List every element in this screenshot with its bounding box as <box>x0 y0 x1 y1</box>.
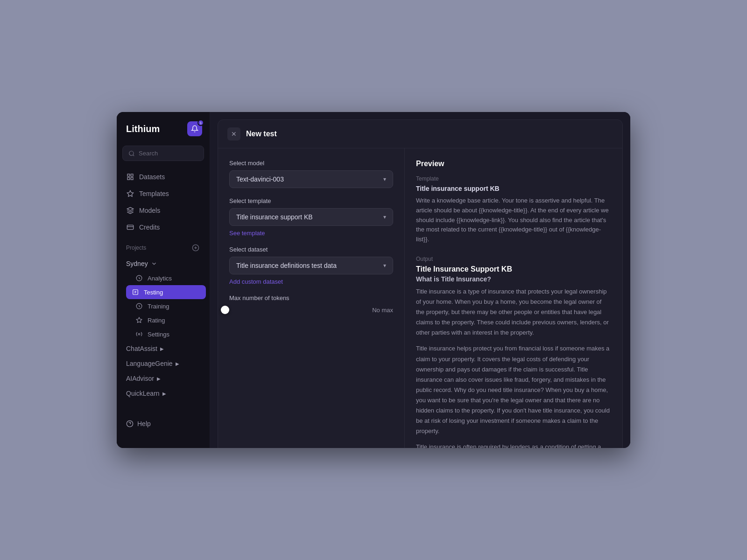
credits-icon <box>126 223 134 231</box>
rating-label: Rating <box>148 317 165 324</box>
preview-title: Preview <box>416 160 611 168</box>
modal: ✕ New test Select model Text-davinci-003… <box>218 119 623 448</box>
close-button[interactable]: ✕ <box>227 127 240 140</box>
sub-nav: Analytics Testing Training <box>122 271 210 341</box>
dataset-select-chevron: ▾ <box>383 262 386 269</box>
output-paragraph-1: Title insurance is a type of insurance t… <box>416 287 611 338</box>
training-label: Training <box>148 303 169 310</box>
model-selected-value: Text-davinci-003 <box>236 175 284 183</box>
template-field-label: Select template <box>229 197 393 204</box>
slider-thumb[interactable] <box>221 306 229 314</box>
projects-header: Projects <box>117 236 210 256</box>
sub-nav-testing[interactable]: Testing <box>126 285 206 299</box>
svg-rect-3 <box>127 177 130 180</box>
projects-label: Projects <box>126 245 146 251</box>
svg-rect-2 <box>131 174 133 176</box>
training-icon <box>135 302 143 310</box>
help-label: Help <box>137 420 151 427</box>
svg-rect-4 <box>131 177 133 180</box>
sidebar-bottom: Help <box>117 416 210 439</box>
svg-point-12 <box>138 333 140 335</box>
dataset-select[interactable]: Title insurance definitions test data ▾ <box>229 257 393 274</box>
sub-nav-rating[interactable]: Rating <box>122 313 210 327</box>
language-genie-arrow: ▶ <box>176 361 179 366</box>
template-field-group: Select template Title insurance support … <box>229 197 393 237</box>
output-paragraph-2: Title insurance helps protect you from f… <box>416 343 611 436</box>
template-preview-name: Title insurance support KB <box>416 185 611 192</box>
sidebar-logo: Lithium 1 <box>117 121 210 146</box>
notification-button[interactable]: 1 <box>187 121 202 136</box>
see-template-link[interactable]: See template <box>229 230 393 237</box>
dataset-selected-value: Title insurance definitions test data <box>236 262 337 269</box>
project-sydney[interactable]: Sydney <box>117 256 210 271</box>
collapsed-project-ai-advisor[interactable]: AIAdvisor ▶ <box>117 371 210 386</box>
notification-badge: 1 <box>197 119 204 126</box>
sidebar-item-templates[interactable]: Templates <box>117 185 210 202</box>
sub-nav-training[interactable]: Training <box>122 299 210 313</box>
chat-assist-arrow: ▶ <box>160 346 164 351</box>
collapsed-project-quick-learn[interactable]: QuickLearn ▶ <box>117 386 210 401</box>
help-item[interactable]: Help <box>124 416 202 431</box>
app-container: Lithium 1 Search <box>117 112 630 448</box>
project-name: Sydney <box>126 260 148 267</box>
datasets-icon <box>126 173 134 181</box>
settings-icon <box>135 330 143 338</box>
add-dataset-link[interactable]: Add custom dataset <box>229 278 393 285</box>
language-genie-label: LanguageGenie <box>126 360 173 367</box>
dataset-field-label: Select dataset <box>229 246 393 253</box>
add-project-button[interactable] <box>191 243 200 252</box>
templates-label: Templates <box>139 190 169 197</box>
rating-icon <box>135 316 143 324</box>
output-subheading: What is Title Insurance? <box>416 275 611 283</box>
slider-track-wrap <box>229 305 366 315</box>
sidebar: Lithium 1 Search <box>117 112 210 448</box>
svg-marker-5 <box>127 190 133 196</box>
search-box[interactable]: Search <box>122 146 204 161</box>
sub-nav-settings[interactable]: Settings <box>122 327 210 341</box>
slider-no-max-label: No max <box>372 307 393 314</box>
search-label: Search <box>139 150 158 157</box>
token-slider-wrapper: No max <box>229 305 393 315</box>
tokens-field-label: Max number of tokens <box>229 294 393 301</box>
settings-label: Settings <box>148 331 169 338</box>
sidebar-item-credits[interactable]: Credits <box>117 219 210 236</box>
model-field-group: Select model Text-davinci-003 ▾ <box>229 160 393 188</box>
collapsed-project-chat-assist[interactable]: ChatAssist ▶ <box>117 341 210 356</box>
model-select-chevron: ▾ <box>383 176 386 182</box>
ai-advisor-arrow: ▶ <box>157 376 161 381</box>
svg-marker-11 <box>136 317 142 322</box>
testing-icon <box>132 288 139 296</box>
sidebar-item-datasets[interactable]: Datasets <box>117 168 210 185</box>
chat-assist-label: ChatAssist <box>126 345 157 352</box>
collapsed-project-language-genie[interactable]: LanguageGenie ▶ <box>117 356 210 371</box>
template-selected-value: Title insurance support KB <box>236 213 313 221</box>
template-select[interactable]: Title insurance support KB ▾ <box>229 208 393 226</box>
search-container: Search <box>117 146 210 168</box>
quick-learn-label: QuickLearn <box>126 390 160 397</box>
modal-wrapper: ✕ New test Select model Text-davinci-003… <box>210 112 630 448</box>
modal-body: Select model Text-davinci-003 ▾ Select t… <box>218 148 622 448</box>
modal-title: New test <box>246 130 277 138</box>
ai-advisor-label: AIAdvisor <box>126 375 154 382</box>
model-select[interactable]: Text-davinci-003 ▾ <box>229 170 393 188</box>
template-select-chevron: ▾ <box>383 214 386 220</box>
tokens-field-group: Max number of tokens No max <box>229 294 393 315</box>
sidebar-item-models[interactable]: Models <box>117 202 210 219</box>
analytics-label: Analytics <box>148 275 172 282</box>
models-label: Models <box>139 207 160 214</box>
output-section-label: Output <box>416 256 611 262</box>
dataset-field-group: Select dataset Title insurance definitio… <box>229 246 393 285</box>
output-heading: Title Insurance Support KB <box>416 265 611 273</box>
svg-rect-6 <box>127 225 133 229</box>
sub-nav-analytics[interactable]: Analytics <box>122 271 210 285</box>
main-content: ✕ New test Select model Text-davinci-003… <box>210 112 630 448</box>
template-preview-section: Template Title insurance support KB Writ… <box>416 175 611 245</box>
svg-rect-1 <box>127 174 130 176</box>
model-field-label: Select model <box>229 160 393 167</box>
right-panel: Preview Template Title insurance support… <box>405 148 622 448</box>
datasets-label: Datasets <box>139 173 165 181</box>
analytics-icon <box>135 274 143 282</box>
quick-learn-arrow: ▶ <box>162 391 166 396</box>
svg-point-0 <box>129 151 134 155</box>
template-section-label: Template <box>416 175 611 182</box>
